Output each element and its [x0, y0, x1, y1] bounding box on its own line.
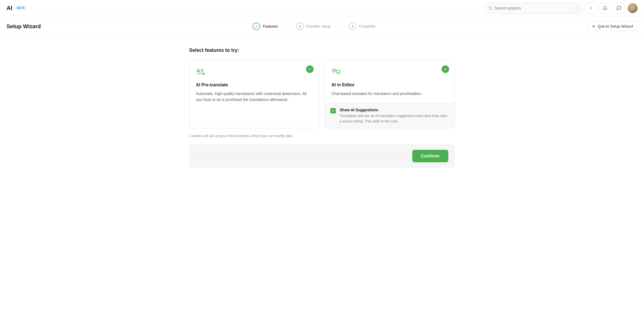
editor-icon-svg — [331, 66, 341, 76]
feature-cards-row: A 文 AI Pre-translate Automatic, high-qua… — [189, 60, 455, 128]
ai-suggestions-option: Show AI Suggestions Translators will see… — [325, 103, 455, 128]
notification-button[interactable] — [600, 3, 610, 14]
ai-in-editor-title: AI in Editor — [331, 83, 448, 87]
main-content: Select features to try: A 文 AI Pre-trans… — [173, 37, 471, 179]
editor-icon — [331, 66, 448, 78]
sub-option-title: Show AI Suggestions — [340, 108, 449, 112]
bell-icon — [603, 6, 607, 11]
continue-button[interactable]: Continue — [412, 150, 448, 162]
step-2: 2 Provider setup — [296, 23, 331, 30]
sub-option-text: Show AI Suggestions Translators will see… — [340, 108, 449, 124]
svg-text:A: A — [197, 68, 200, 74]
avatar[interactable] — [628, 3, 637, 13]
svg-line-1 — [491, 9, 492, 10]
step-dots-1: ········ — [281, 24, 293, 28]
quit-wizard-button[interactable]: Quit AI Setup Wizard — [587, 22, 637, 31]
checkbox-check-icon — [331, 109, 335, 112]
wizard-title: Setup Wizard — [7, 23, 41, 30]
check-icon-2 — [443, 67, 447, 71]
quit-label: Quit AI Setup Wizard — [598, 24, 633, 28]
ai-pretranslate-card[interactable]: A 文 AI Pre-translate Automatic, high-qua… — [189, 60, 319, 128]
prompts-note: Crowdin will set up your initial prompts… — [189, 134, 455, 138]
search-icon — [488, 6, 492, 10]
step-3-label: Complete — [359, 24, 375, 28]
avatar-image — [628, 3, 637, 13]
svg-rect-8 — [336, 70, 340, 73]
translate-icon-svg: A 文 — [196, 66, 206, 76]
search-shortcut-key: / — [575, 6, 579, 11]
ai-pretranslate-check — [306, 65, 314, 73]
check-icon — [308, 67, 312, 71]
step-1-label: Features — [263, 24, 278, 28]
close-icon — [592, 24, 595, 28]
svg-text:文: 文 — [200, 69, 204, 73]
logo-text: AI — [7, 5, 12, 12]
step-2-circle: 2 — [296, 23, 304, 30]
step-2-label: Provider setup — [306, 24, 331, 28]
ai-pretranslate-title: AI Pre-translate — [196, 83, 313, 87]
step-1-circle — [253, 23, 260, 30]
ai-in-editor-check — [442, 65, 449, 73]
ai-in-editor-card[interactable]: AI in Editor Chat-based assistant for tr… — [325, 60, 455, 128]
add-button[interactable]: + — [585, 3, 596, 14]
top-navigation: AI BETA / + — [0, 0, 644, 16]
ai-in-editor-desc: Chat-based assistant for translators and… — [331, 91, 448, 97]
svg-point-0 — [489, 7, 492, 9]
chat-button[interactable] — [614, 3, 624, 14]
section-title: Select features to try: — [189, 47, 455, 53]
show-ai-suggestions-checkbox[interactable] — [330, 108, 336, 113]
translate-icon: A 文 — [196, 66, 313, 78]
wizard-header: Setup Wizard Features ········ 2 Provide… — [0, 16, 644, 37]
step-1-check-icon — [255, 24, 258, 28]
ai-pretranslate-desc: Automatic, high-quality translations wit… — [196, 91, 313, 103]
search-bar[interactable]: / — [485, 3, 582, 14]
step-3: 3 Complete — [349, 23, 375, 30]
step-1: Features — [253, 23, 278, 30]
chat-icon — [617, 6, 622, 11]
beta-badge: BETA — [15, 6, 26, 10]
sub-option-desc: Translators will see an AI translation s… — [340, 113, 449, 124]
ai-in-editor-top: AI in Editor Chat-based assistant for tr… — [325, 60, 455, 103]
footer-bar: Continue — [189, 144, 455, 168]
step-3-circle: 3 — [349, 23, 356, 30]
wizard-steps: Features ········ 2 Provider setup ·····… — [47, 23, 581, 30]
search-input[interactable] — [495, 6, 572, 10]
svg-rect-7 — [333, 69, 335, 71]
step-dots-2: ········ — [334, 24, 346, 28]
